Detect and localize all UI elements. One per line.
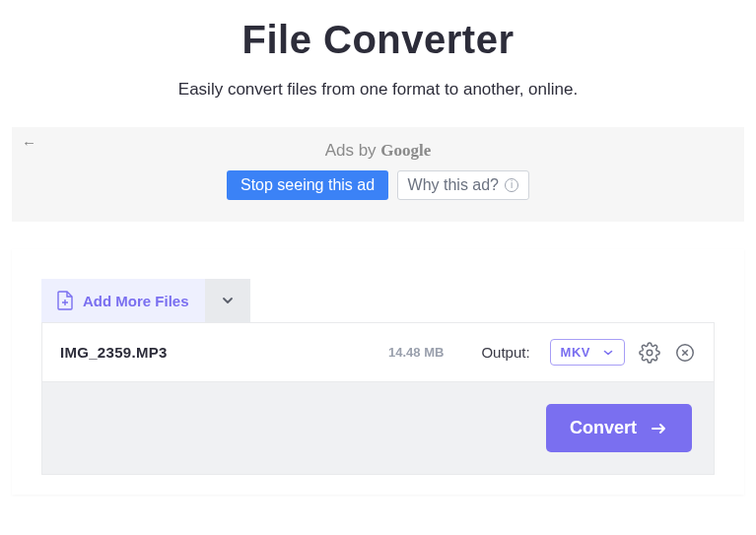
chevron-down-icon: [221, 294, 235, 307]
ads-by-label: Ads by Google: [22, 141, 734, 161]
add-more-files-button[interactable]: Add More Files: [41, 279, 205, 322]
why-this-ad-label: Why this ad?: [408, 176, 499, 194]
add-files-dropdown-button[interactable]: [205, 279, 250, 322]
why-this-ad-button[interactable]: Why this ad? i: [397, 170, 529, 200]
output-format-select[interactable]: MKV: [550, 339, 625, 366]
close-circle-icon: [674, 342, 696, 364]
svg-point-0: [647, 350, 653, 356]
action-bar: Convert: [41, 382, 715, 475]
page-subtitle: Easily convert files from one format to …: [0, 80, 756, 100]
file-size: 14.48 MB: [388, 345, 444, 360]
gear-icon: [639, 342, 660, 364]
convert-label: Convert: [570, 418, 637, 438]
ads-by-prefix: Ads by: [325, 141, 381, 160]
info-icon: i: [505, 178, 518, 192]
file-row: IMG_2359.MP3 14.48 MB Output: MKV: [41, 322, 715, 382]
ad-container: ← Ads by Google Stop seeing this ad Why …: [12, 127, 744, 222]
convert-button[interactable]: Convert: [546, 404, 692, 452]
stop-seeing-ad-button[interactable]: Stop seeing this ad: [227, 170, 388, 200]
add-more-files-label: Add More Files: [83, 293, 189, 309]
ad-back-arrow-icon[interactable]: ←: [22, 135, 36, 150]
file-settings-button[interactable]: [639, 342, 660, 364]
chevron-down-icon: [602, 347, 614, 359]
output-format-value: MKV: [561, 345, 590, 360]
google-logo-text: Google: [380, 141, 431, 160]
add-file-icon: [57, 291, 73, 310]
arrow-right-icon: [649, 419, 668, 438]
file-name: IMG_2359.MP3: [60, 344, 375, 361]
file-remove-button[interactable]: [674, 342, 696, 364]
output-label: Output:: [481, 344, 529, 361]
converter-card: Add More Files IMG_2359.MP3 14.48 MB Out…: [12, 249, 744, 495]
page-title: File Converter: [0, 18, 756, 62]
